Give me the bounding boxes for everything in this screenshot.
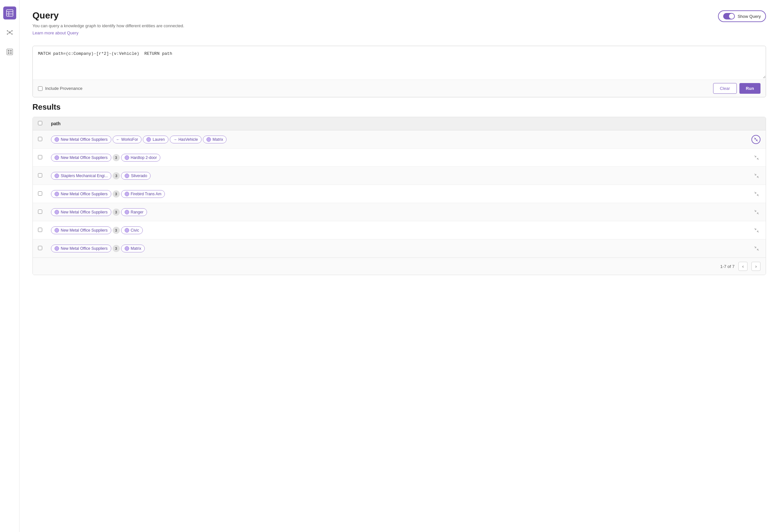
- page-subtitle: You can query a knowledge graph to ident…: [33, 23, 184, 28]
- pagination-info: 1-7 of 7: [720, 264, 734, 269]
- row-2-content: New Metal Office Suppliers 3 Hardtop 2-d…: [51, 154, 747, 161]
- table-row: New Metal Office Suppliers 3 Matrix: [33, 240, 766, 258]
- node-pill-company-4[interactable]: New Metal Office Suppliers: [51, 190, 111, 198]
- count-badge-3: 3: [113, 172, 120, 179]
- svg-rect-17: [10, 52, 12, 54]
- svg-rect-14: [8, 50, 9, 52]
- header-checkbox-col: [38, 121, 46, 126]
- provenance-checkbox[interactable]: [38, 86, 43, 91]
- row-checkbox[interactable]: [38, 173, 42, 178]
- node-pill-person[interactable]: Lauren: [143, 136, 168, 143]
- sidebar: [0, 0, 19, 532]
- show-query-label: Show Query: [737, 14, 761, 19]
- company-label-5: New Metal Office Suppliers: [61, 210, 108, 214]
- relation-pill-worksfor[interactable]: ← WorksFor: [113, 136, 142, 143]
- table-header-row: path: [33, 117, 766, 130]
- sidebar-icon-table[interactable]: [3, 6, 16, 19]
- expand-icon-sm-7[interactable]: [753, 245, 761, 252]
- run-button[interactable]: Run: [739, 83, 761, 94]
- expand-icon-sm-3[interactable]: [753, 172, 761, 180]
- arrow-left: ←: [116, 137, 120, 142]
- company-label-6: New Metal Office Suppliers: [61, 228, 108, 232]
- toggle-thumb: [729, 14, 734, 19]
- row-4-content: New Metal Office Suppliers 3 Firebird Tr…: [51, 190, 747, 198]
- company-dot-4: [55, 192, 59, 196]
- sidebar-icon-edit[interactable]: [3, 46, 16, 58]
- content-area: Query You can query a knowledge graph to…: [19, 0, 779, 532]
- company-dot-7: [55, 246, 59, 251]
- results-table: path New Metal Office Suppliers ← WorksF…: [33, 117, 766, 275]
- expand-icon-sm-4[interactable]: [753, 190, 761, 198]
- row-checkbox-col: [38, 246, 46, 251]
- results-title: Results: [33, 103, 766, 112]
- toggle-switch[interactable]: [723, 13, 735, 19]
- clear-button[interactable]: Clear: [713, 83, 737, 94]
- company-dot-2: [55, 155, 59, 160]
- expand-icon-1[interactable]: [752, 135, 761, 144]
- prev-page-button[interactable]: ‹: [738, 262, 747, 271]
- vehicle-label-4: Firebird Trans Am: [131, 192, 162, 196]
- vehicle-dot-1: [206, 137, 211, 142]
- company-dot: [55, 137, 59, 142]
- count-badge-4: 3: [113, 190, 120, 198]
- company-label-2: New Metal Office Suppliers: [61, 155, 108, 160]
- company-label-4: New Metal Office Suppliers: [61, 192, 108, 196]
- table-row: Staplers Mechanical Engi... 3 Silverado: [33, 167, 766, 185]
- provenance-label[interactable]: Include Provenance: [45, 86, 82, 91]
- node-pill-company-1[interactable]: New Metal Office Suppliers: [51, 136, 111, 143]
- row-checkbox[interactable]: [38, 228, 42, 232]
- query-box: MATCH path=(c:Company)-[r*2]-(v:Vehicle)…: [33, 46, 766, 97]
- node-pill-vehicle-4[interactable]: Firebird Trans Am: [121, 190, 165, 198]
- node-pill-vehicle-3[interactable]: Silverado: [121, 172, 151, 180]
- learn-more-link[interactable]: Learn more about Query: [33, 30, 78, 36]
- svg-rect-16: [8, 52, 9, 54]
- row-6-content: New Metal Office Suppliers 3 Civic: [51, 226, 747, 234]
- expand-icon-sm-6[interactable]: [753, 226, 761, 234]
- sidebar-icon-graph[interactable]: [3, 26, 16, 39]
- query-textarea[interactable]: MATCH path=(c:Company)-[r*2]-(v:Vehicle)…: [33, 46, 766, 78]
- show-query-toggle[interactable]: Show Query: [718, 10, 766, 22]
- svg-rect-15: [10, 50, 12, 52]
- row-checkbox[interactable]: [38, 155, 42, 159]
- node-pill-vehicle-5[interactable]: Ranger: [121, 208, 147, 216]
- node-pill-vehicle-6[interactable]: Civic: [121, 226, 143, 234]
- person-label: Lauren: [153, 137, 165, 142]
- table-row: New Metal Office Suppliers 3 Ranger: [33, 203, 766, 221]
- node-pill-company-2[interactable]: New Metal Office Suppliers: [51, 154, 111, 161]
- node-pill-vehicle-2[interactable]: Hardtop 2-door: [121, 154, 161, 161]
- provenance-checkbox-container: Include Provenance: [38, 86, 82, 91]
- node-pill-company-3[interactable]: Staplers Mechanical Engi...: [51, 172, 111, 180]
- node-pill-company-5[interactable]: New Metal Office Suppliers: [51, 208, 111, 216]
- vehicle-dot-3: [125, 174, 129, 178]
- relation-pill-hasvehicle[interactable]: → HasVehicle: [170, 136, 201, 143]
- expand-icon-sm-5[interactable]: [753, 208, 761, 216]
- row-checkbox[interactable]: [38, 210, 42, 214]
- vehicle-dot-6: [125, 228, 129, 232]
- row-checkbox[interactable]: [38, 137, 42, 141]
- node-pill-vehicle-7[interactable]: Matrix: [121, 245, 145, 252]
- select-all-checkbox[interactable]: [38, 121, 42, 125]
- arrow-right: →: [173, 137, 177, 142]
- expand-icon-sm-2[interactable]: [753, 154, 761, 161]
- row-checkbox[interactable]: [38, 191, 42, 196]
- next-page-button[interactable]: ›: [752, 262, 761, 271]
- action-buttons: Clear Run: [713, 83, 761, 94]
- person-dot: [146, 137, 151, 142]
- count-badge-6: 3: [113, 227, 120, 234]
- row-checkbox-col: [38, 228, 46, 233]
- vehicle-label-6: Civic: [131, 228, 139, 232]
- company-dot-3: [55, 174, 59, 178]
- node-pill-company-7[interactable]: New Metal Office Suppliers: [51, 245, 111, 252]
- row-5-content: New Metal Office Suppliers 3 Ranger: [51, 208, 747, 216]
- node-pill-company-6[interactable]: New Metal Office Suppliers: [51, 226, 111, 234]
- count-badge-7: 3: [113, 245, 120, 252]
- hasvehicle-label: HasVehicle: [179, 137, 198, 142]
- row-checkbox[interactable]: [38, 246, 42, 250]
- table-pagination: 1-7 of 7 ‹ ›: [33, 258, 766, 275]
- vehicle-label-5: Ranger: [131, 210, 143, 214]
- node-pill-vehicle-1[interactable]: Matrix: [203, 136, 227, 143]
- row-checkbox-col: [38, 173, 46, 179]
- row-checkbox-col: [38, 155, 46, 160]
- table-row: New Metal Office Suppliers 3 Hardtop 2-d…: [33, 148, 766, 167]
- company-dot-6: [55, 228, 59, 232]
